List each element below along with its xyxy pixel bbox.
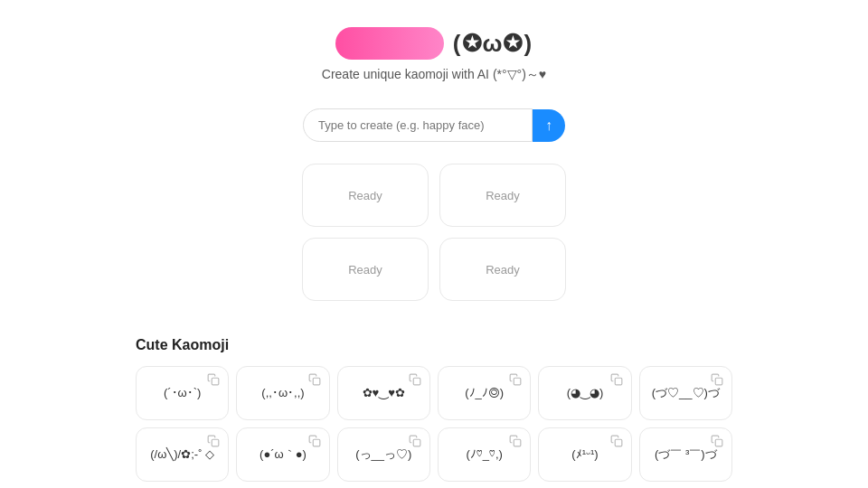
kaomoji-card-6[interactable]: (/ω╲)/✿;-˚ ◇	[136, 427, 229, 482]
copy-icon[interactable]	[610, 373, 625, 388]
kaomoji-text: (/ω╲)/✿;-˚ ◇	[150, 446, 214, 463]
tagline: Create unique kaomoji with AI (*°▽°)～♥	[322, 67, 546, 83]
copy-icon[interactable]	[610, 435, 625, 449]
svg-rect-1	[313, 378, 320, 385]
svg-rect-3	[514, 378, 522, 385]
kaomoji-text: (っ__っ♡)	[355, 446, 411, 463]
kaomoji-card-0[interactable]: (´･ω･`)	[136, 366, 229, 420]
logo-pill	[335, 27, 444, 60]
svg-rect-4	[615, 378, 622, 385]
kaomoji-card-5[interactable]: (づ♡__♡)づ	[639, 366, 732, 420]
kaomoji-card-9[interactable]: (ﾉ♡_♡,)	[438, 427, 531, 482]
kaomoji-text: (づ♡__♡)づ	[652, 385, 720, 401]
kaomoji-card-11[interactable]: (づ￣ ³￣)づ	[639, 427, 732, 482]
cute-section: Cute Kaomoji (´･ω･`)(,,･ω･,,)✿♥‿♥✿(ﾉ_ﾉ◎)…	[136, 337, 732, 482]
kaomoji-text: ✿♥‿♥✿	[363, 385, 405, 401]
svg-rect-9	[514, 439, 522, 446]
arrow-up-icon: ↑	[545, 117, 552, 134]
kaomoji-text: (,,･ω･,,)	[261, 385, 304, 401]
svg-rect-2	[413, 378, 420, 385]
kaomoji-text: (ﾉ♡_♡,)	[466, 446, 503, 463]
search-input[interactable]	[303, 108, 533, 142]
copy-icon[interactable]	[509, 373, 524, 388]
svg-rect-8	[413, 439, 420, 446]
ready-card-0[interactable]: Ready	[302, 164, 429, 227]
logo-row: (✪ω✪)	[335, 27, 533, 60]
logo-text: (✪ω✪)	[453, 30, 533, 58]
header: (✪ω✪) Create unique kaomoji with AI (*°▽…	[322, 27, 546, 83]
svg-rect-7	[313, 439, 320, 446]
copy-icon[interactable]	[207, 373, 222, 388]
cute-section-title: Cute Kaomoji	[136, 337, 732, 353]
kaomoji-card-7[interactable]: (●´ω｀●)	[236, 427, 329, 482]
search-submit-button[interactable]: ↑	[533, 109, 565, 142]
kaomoji-text: (ﾉ_ﾉ◎)	[465, 385, 504, 401]
copy-icon[interactable]	[711, 435, 725, 449]
ready-card-1[interactable]: Ready	[439, 164, 566, 227]
kaomoji-text: (●´ω｀●)	[259, 446, 307, 463]
copy-icon[interactable]	[207, 435, 222, 449]
search-row: ↑	[303, 108, 565, 142]
svg-rect-11	[715, 439, 722, 446]
kaomoji-card-8[interactable]: (っ__っ♡)	[337, 427, 430, 482]
copy-icon[interactable]	[409, 373, 423, 388]
ready-card-2[interactable]: Ready	[302, 238, 429, 301]
kaomoji-text: (◕‿◕)	[567, 385, 604, 401]
svg-rect-6	[212, 439, 220, 446]
kaomoji-text: (づ￣ ³￣)づ	[655, 446, 717, 463]
kaomoji-text: (ﾒ¹ᵕ¹)	[571, 446, 598, 463]
svg-rect-0	[212, 378, 220, 385]
copy-icon[interactable]	[409, 435, 423, 449]
kaomoji-text: (´･ω･`)	[164, 385, 201, 401]
copy-icon[interactable]	[509, 435, 524, 449]
copy-icon[interactable]	[308, 435, 323, 449]
kaomoji-card-4[interactable]: (◕‿◕)	[538, 366, 631, 420]
svg-rect-10	[615, 439, 622, 446]
svg-rect-5	[715, 378, 722, 385]
copy-icon[interactable]	[308, 373, 323, 388]
ready-grid: ReadyReadyReadyReady	[302, 164, 566, 301]
ready-card-3[interactable]: Ready	[439, 238, 566, 301]
kaomoji-card-3[interactable]: (ﾉ_ﾉ◎)	[438, 366, 531, 420]
kaomoji-card-10[interactable]: (ﾒ¹ᵕ¹)	[538, 427, 631, 482]
copy-icon[interactable]	[711, 373, 725, 388]
cute-kaomoji-grid: (´･ω･`)(,,･ω･,,)✿♥‿♥✿(ﾉ_ﾉ◎)(◕‿◕)(づ♡__♡)づ…	[136, 366, 732, 482]
kaomoji-card-1[interactable]: (,,･ω･,,)	[236, 366, 329, 420]
kaomoji-card-2[interactable]: ✿♥‿♥✿	[337, 366, 430, 420]
